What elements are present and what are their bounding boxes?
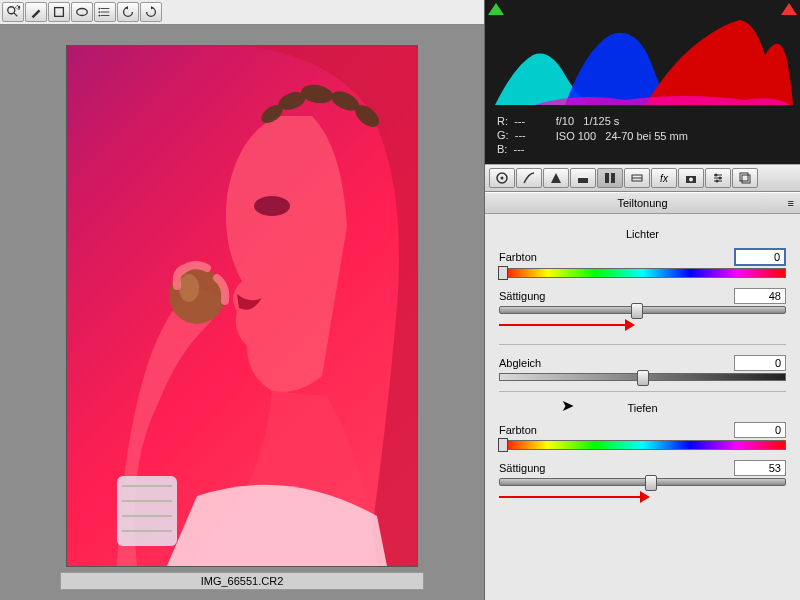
annotation-arrow [499, 318, 786, 332]
shadows-sat-slider[interactable] [499, 478, 786, 486]
exif-shutter: 1/125 s [583, 115, 619, 127]
highlight-clip-icon[interactable] [781, 3, 797, 15]
tab-lens-icon[interactable] [624, 168, 650, 188]
divider [499, 344, 786, 345]
shadows-hue-input[interactable] [734, 422, 786, 438]
panel-header: Teiltonung ≡ [485, 192, 800, 214]
highlights-sat-slider[interactable] [499, 306, 786, 314]
panel-tabs: fx [485, 164, 800, 192]
list-tool-icon[interactable] [94, 2, 116, 22]
brush-tool-icon[interactable] [25, 2, 47, 22]
svg-point-13 [300, 82, 335, 105]
annotation-arrow [499, 490, 786, 504]
tab-hsl-icon[interactable] [570, 168, 596, 188]
rotate-cw-icon[interactable] [140, 2, 162, 22]
preview-pane: 👁 [0, 0, 484, 600]
histogram[interactable] [485, 0, 800, 108]
exif-lens: 24-70 bei 55 mm [605, 130, 688, 142]
tab-detail-icon[interactable] [543, 168, 569, 188]
balance-input[interactable] [734, 355, 786, 371]
svg-line-1 [14, 13, 18, 17]
svg-point-8 [98, 8, 100, 10]
svg-point-4 [77, 9, 88, 16]
balance-label: Abgleich [499, 357, 734, 369]
balance-slider[interactable] [499, 373, 786, 381]
svg-rect-41 [742, 175, 750, 183]
ellipse-tool-icon[interactable] [71, 2, 93, 22]
shadows-title: Tiefen [499, 402, 786, 414]
highlights-hue-slider[interactable] [499, 268, 786, 278]
svg-text:👁: 👁 [15, 5, 20, 13]
top-toolbar: 👁 [0, 0, 484, 25]
filename-label: IMG_66551.CR2 [60, 572, 424, 590]
svg-point-33 [689, 178, 693, 182]
rgb-r: --- [514, 115, 525, 127]
adjustments-panel: R: --- G: --- B: --- f/10 1/125 s ISO 10… [484, 0, 800, 600]
svg-point-39 [716, 180, 719, 183]
shadows-hue-label: Farbton [499, 424, 734, 436]
panel-title: Teiltonung [617, 197, 667, 209]
exif-aperture: f/10 [556, 115, 574, 127]
tab-split-toning-icon[interactable] [597, 168, 623, 188]
tab-fx-icon[interactable]: fx [651, 168, 677, 188]
histogram-graph [485, 0, 800, 108]
rotate-ccw-icon[interactable] [117, 2, 139, 22]
svg-rect-28 [605, 173, 609, 183]
svg-point-25 [501, 177, 504, 180]
crop-tool-icon[interactable] [48, 2, 70, 22]
highlights-hue-label: Farbton [499, 251, 734, 263]
shadows-sat-input[interactable] [734, 460, 786, 476]
rgb-g: --- [515, 129, 526, 141]
rgb-b: --- [514, 143, 525, 155]
svg-rect-27 [578, 173, 588, 178]
tab-presets-icon[interactable] [732, 168, 758, 188]
svg-rect-29 [611, 173, 615, 183]
svg-rect-3 [55, 8, 64, 17]
svg-point-11 [254, 196, 290, 216]
svg-rect-40 [740, 173, 748, 181]
image-preview[interactable] [0, 25, 484, 566]
shadows-sat-label: Sättigung [499, 462, 734, 474]
highlights-hue-input[interactable] [734, 248, 786, 266]
shadow-clip-icon[interactable] [488, 3, 504, 15]
highlights-title: Lichter [499, 228, 786, 240]
svg-point-23 [179, 274, 199, 302]
highlights-sat-label: Sättigung [499, 290, 734, 302]
preview-image [67, 46, 417, 566]
tab-curve-icon[interactable] [516, 168, 542, 188]
svg-point-9 [98, 11, 100, 13]
highlights-sat-input[interactable] [734, 288, 786, 304]
svg-point-0 [8, 7, 15, 14]
svg-point-37 [715, 174, 718, 177]
cursor-icon: ➤ [561, 396, 574, 415]
exif-iso: ISO 100 [556, 130, 596, 142]
exif-info: R: --- G: --- B: --- f/10 1/125 s ISO 10… [485, 108, 800, 164]
shadows-hue-slider[interactable] [499, 440, 786, 450]
split-toning-body: Lichter Farbton Sättigung Abgleich ➤ Tie… [485, 214, 800, 524]
tab-basic-icon[interactable] [489, 168, 515, 188]
svg-point-10 [98, 15, 100, 17]
divider [499, 391, 786, 392]
svg-point-38 [719, 177, 722, 180]
zoom-tool-icon[interactable]: 👁 [2, 2, 24, 22]
tab-sliders-icon[interactable] [705, 168, 731, 188]
tab-camera-icon[interactable] [678, 168, 704, 188]
panel-menu-icon[interactable]: ≡ [788, 197, 794, 209]
